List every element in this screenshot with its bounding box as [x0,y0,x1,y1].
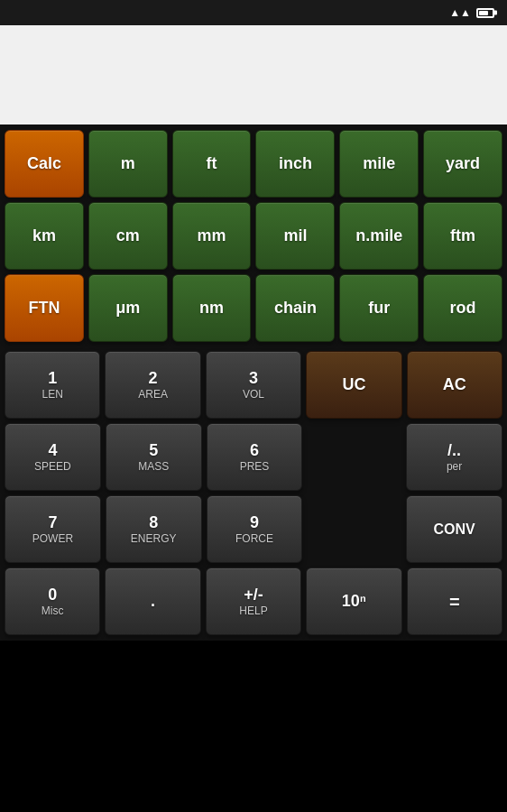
cm-button[interactable]: cm [88,202,168,270]
mm-button[interactable]: mm [172,202,252,270]
status-bar: ▲▲ [0,0,507,25]
9-force-button[interactable]: 9FORCE [207,495,303,563]
5-mass-button[interactable]: 5MASS [106,423,202,491]
per-button[interactable]: /..per [406,423,502,491]
inch-button[interactable]: inch [255,130,335,198]
m-button[interactable]: m [88,130,168,198]
calc-rows: 1LEN2AREA3VOLUCAC4SPEED5MASS6PRES/..per7… [5,351,502,635]
unit-rows: Calcmftinchmileyardkmcmmmmiln.mileftmFTN… [5,130,502,346]
calc-key-row: 1LEN2AREA3VOLUCAC [5,351,502,419]
mil-button[interactable]: mil [255,202,335,270]
rod-button[interactable]: rod [423,274,502,342]
ftn-button[interactable]: FTN [5,274,84,342]
display-unit [13,38,494,54]
7-power-button[interactable]: 7POWER [5,495,101,563]
nmile-button[interactable]: n.mile [339,202,419,270]
calc-key-row: 7POWER8ENERGY9FORCECONV [5,495,502,563]
3-vol-button[interactable]: 3VOL [206,351,301,419]
km-button[interactable]: km [5,202,84,270]
fur-button[interactable]: fur [339,274,419,342]
unit-key-row: Calcmftinchmileyard [5,130,502,198]
conv-button[interactable]: CONV [406,495,502,563]
8-energy-button[interactable]: 8ENERGY [106,495,202,563]
10n-button[interactable]: 10ⁿ [306,567,401,635]
4-speed-button[interactable]: 4SPEED [5,423,101,491]
ftm-button[interactable]: ftm [423,202,502,270]
chain-button[interactable]: chain [255,274,335,342]
uc-button[interactable]: UC [306,351,401,419]
empty1 [307,423,401,491]
unit-key-row: FTNμmnmchainfurrod [5,274,502,342]
um-button[interactable]: μm [88,274,168,342]
empty2 [307,495,401,563]
yard-button[interactable]: yard [423,130,502,198]
0-misc-button[interactable]: 0Misc [5,567,100,635]
2-area-button[interactable]: 2AREA [105,351,200,419]
display-area [0,25,507,125]
unit-key-row: kmcmmmmiln.mileftm [5,202,502,270]
calc-button[interactable]: Calc [5,130,84,198]
signal-icon: ▲▲ [449,6,471,19]
battery-icon [476,8,494,18]
mile-button[interactable]: mile [339,130,419,198]
calc-key-row: 0Misc.+/-HELP10ⁿ= [5,567,502,635]
keyboard: Calcmftinchmileyardkmcmmmmiln.mileftmFTN… [0,125,507,641]
plusminus-button[interactable]: +/-HELP [206,567,301,635]
ft-button[interactable]: ft [172,130,252,198]
dot-button[interactable]: . [105,567,200,635]
ac-button[interactable]: AC [407,351,502,419]
6-pres-button[interactable]: 6PRES [207,423,303,491]
nm-button[interactable]: nm [172,274,252,342]
1-len-button[interactable]: 1LEN [5,351,100,419]
equals-button[interactable]: = [407,567,502,635]
calc-key-row: 4SPEED5MASS6PRES/..per [5,423,502,491]
